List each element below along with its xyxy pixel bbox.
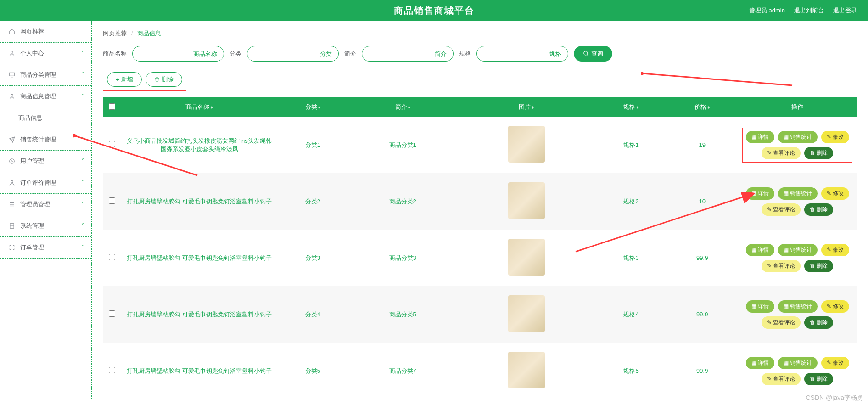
row-delete-button[interactable]: 🗑 删除: [804, 316, 833, 329]
sidebar-item-2[interactable]: 商品分类管理˅: [0, 64, 91, 86]
delete-button-label: 删除: [162, 75, 174, 84]
header-right: 管理员 admin 退出到前台 退出登录: [749, 6, 857, 15]
menu-icon: [8, 201, 16, 208]
chevron-down-icon: ˅: [81, 72, 84, 78]
sidebar-item-0[interactable]: 网页推荐: [0, 21, 91, 43]
stats-button[interactable]: ▦ 销售统计: [778, 244, 818, 256]
search-input-name[interactable]: [132, 46, 224, 62]
row-ops: ▦ 详情▦ 销售统计✎ 修改✎ 查看评论🗑 删除: [742, 244, 852, 272]
annotation-arrow-icon: [641, 72, 797, 90]
user-label[interactable]: 管理员 admin: [749, 6, 785, 15]
edit-button[interactable]: ✎ 修改: [821, 244, 849, 256]
logout-link[interactable]: 退出登录: [833, 6, 857, 15]
comments-button[interactable]: ✎ 查看评论: [762, 373, 801, 385]
table-row: 打孔厨房墙壁粘胶勾 可爱毛巾钥匙免钉浴室塑料小钩子分类4商品分类5规格499.9…: [103, 286, 857, 343]
cell-name[interactable]: 打孔厨房墙壁粘胶勾 可爱毛巾钥匙免钉浴室塑料小钩子: [121, 343, 277, 399]
product-image: [508, 239, 545, 276]
sidebar-item-label: 商品分类管理: [20, 71, 56, 79]
col-header-1[interactable]: 商品名称♦: [121, 97, 277, 117]
svg-point-11: [584, 51, 588, 55]
search-input-intro[interactable]: [362, 46, 454, 62]
search-input-spec[interactable]: [476, 46, 568, 62]
row-checkbox[interactable]: [109, 310, 115, 317]
annotation-arrow-icon: [73, 134, 202, 180]
col-header-5[interactable]: 规格♦: [596, 97, 667, 117]
row-delete-button[interactable]: 🗑 删除: [804, 260, 833, 272]
row-ops: ▦ 详情▦ 销售统计✎ 修改✎ 查看评论🗑 删除: [742, 300, 852, 329]
row-checkbox[interactable]: [109, 254, 115, 260]
breadcrumb-root[interactable]: 网页推荐: [103, 30, 127, 37]
stats-button[interactable]: ▦ 销售统计: [778, 357, 818, 369]
stats-button[interactable]: ▦ 销售统计: [778, 131, 818, 143]
comments-button[interactable]: ✎ 查看评论: [762, 260, 801, 272]
doc-icon: ▦: [784, 190, 789, 197]
sidebar: 网页推荐个人中心˅商品分类管理˅商品信息管理˄商品信息销售统计管理˅用户管理˅订…: [0, 21, 92, 399]
edit-button[interactable]: ✎ 修改: [821, 300, 849, 313]
doc-icon: ▦: [784, 360, 789, 366]
sort-icon: ♦: [636, 105, 638, 110]
sidebar-subitem[interactable]: 商品信息: [0, 107, 91, 129]
cell-intro: 商品分类3: [348, 230, 457, 286]
edit-button[interactable]: ✎ 修改: [821, 357, 849, 369]
user-icon: [8, 50, 16, 57]
goto-front-link[interactable]: 退出到前台: [794, 6, 824, 15]
cell-name[interactable]: 打孔厨房墙壁粘胶勾 可爱毛巾钥匙免钉浴室塑料小钩子: [121, 173, 277, 230]
sort-icon: ♦: [408, 105, 410, 110]
row-delete-button[interactable]: 🗑 删除: [804, 147, 833, 159]
cell-name[interactable]: 打孔厨房墙壁粘胶勾 可爱毛巾钥匙免钉浴室塑料小钩子: [121, 286, 277, 343]
breadcrumb-sep: /: [131, 30, 133, 37]
add-button[interactable]: + 新增: [107, 72, 142, 87]
cell-cat: 分类3: [277, 230, 348, 286]
sidebar-item-label: 商品信息管理: [20, 92, 56, 101]
sidebar-item-label: 用户管理: [20, 157, 44, 165]
sort-icon: ♦: [318, 105, 320, 110]
col-header-4[interactable]: 图片♦: [457, 97, 596, 117]
detail-button[interactable]: ▦ 详情: [746, 357, 774, 369]
trash-icon: [154, 77, 160, 82]
delete-button[interactable]: 删除: [146, 72, 182, 87]
sidebar-item-1[interactable]: 个人中心˅: [0, 43, 91, 64]
svg-rect-1: [10, 73, 15, 76]
row-delete-button[interactable]: 🗑 删除: [804, 373, 833, 385]
sidebar-item-7[interactable]: 管理员管理˅: [0, 194, 91, 215]
search-input-cat[interactable]: [247, 46, 339, 62]
plus-icon: +: [116, 76, 119, 83]
col-header-3[interactable]: 简介♦: [348, 97, 457, 117]
sidebar-item-8[interactable]: 系统管理˅: [0, 215, 91, 237]
comments-button[interactable]: ✎ 查看评论: [762, 203, 801, 216]
comments-button[interactable]: ✎ 查看评论: [762, 316, 801, 329]
sidebar-item-label: 订单管理: [20, 243, 44, 252]
select-all-checkbox[interactable]: [109, 103, 115, 110]
stats-button[interactable]: ▦ 销售统计: [778, 187, 818, 200]
search-row: 商品名称 分类 简介 规格 查询: [103, 46, 868, 62]
edit-button[interactable]: ✎ 修改: [821, 131, 849, 143]
watermark: CSDN @java李杨勇: [806, 394, 863, 399]
cell-intro: 商品分类2: [348, 173, 457, 230]
detail-button[interactable]: ▦ 详情: [746, 300, 774, 313]
stats-button[interactable]: ▦ 销售统计: [778, 300, 818, 313]
cell-price: 99.9: [666, 343, 738, 399]
query-button[interactable]: 查询: [574, 46, 612, 62]
row-checkbox[interactable]: [109, 367, 115, 373]
svg-point-3: [11, 94, 13, 96]
col-header-2[interactable]: 分类♦: [277, 97, 348, 117]
sidebar-item-label: 订单评价管理: [20, 179, 56, 187]
col-header-7[interactable]: 操作: [738, 97, 857, 117]
col-label: 规格: [623, 103, 635, 110]
row-checkbox[interactable]: [109, 197, 115, 204]
sidebar-item-label: 网页推荐: [20, 28, 44, 36]
cabinet-icon: [8, 222, 16, 230]
col-header-6[interactable]: 价格♦: [666, 97, 738, 117]
cell-name[interactable]: 打孔厨房墙壁粘胶勾 可爱毛巾钥匙免钉浴室塑料小钩子: [121, 230, 277, 286]
comments-button[interactable]: ✎ 查看评论: [762, 147, 801, 159]
edit-button[interactable]: ✎ 修改: [821, 187, 849, 200]
chevron-down-icon: ˅: [81, 244, 84, 251]
search-icon: [583, 51, 589, 57]
sidebar-item-3[interactable]: 商品信息管理˄: [0, 86, 91, 107]
query-button-label: 查询: [591, 50, 603, 58]
row-delete-button[interactable]: 🗑 删除: [804, 203, 833, 216]
sidebar-item-9[interactable]: 订单管理˅: [0, 237, 91, 259]
cell-price: 19: [666, 117, 738, 173]
detail-button[interactable]: ▦ 详情: [746, 131, 774, 143]
doc-icon: ▦: [751, 360, 756, 366]
